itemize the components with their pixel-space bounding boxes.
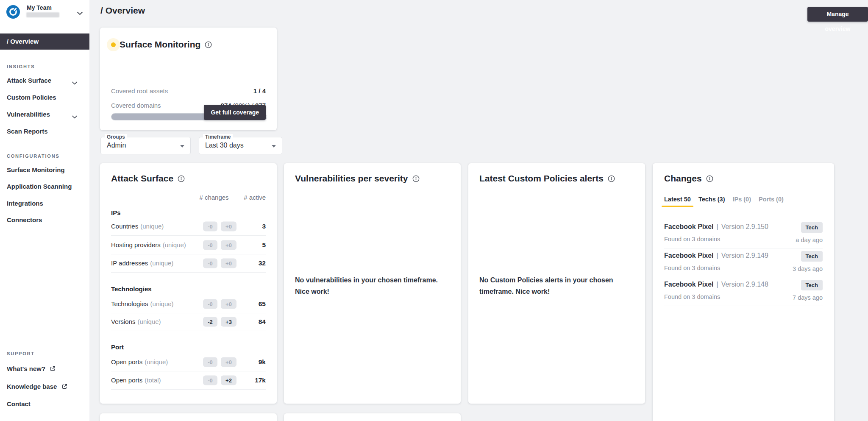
active-count: 84: [259, 318, 266, 326]
changes-added-pill: +0: [221, 240, 236, 250]
sidebar-item-application-scanning[interactable]: Application Scanning: [7, 183, 72, 191]
info-icon[interactable]: [205, 40, 212, 50]
sidebar-item-scan-reports[interactable]: Scan Reports: [7, 128, 48, 136]
active-count: 65: [259, 300, 266, 308]
partial-card: [284, 413, 461, 421]
section-label-technologies: Technologies: [111, 285, 152, 293]
active-count: 3: [262, 223, 266, 230]
change-list-item[interactable]: Facebook Pixel|Version 2.9.150 Tech Foun…: [664, 220, 823, 248]
surface-monitoring-title: Surface Monitoring: [120, 39, 212, 50]
external-link-icon: [50, 365, 56, 373]
sidebar-item-custom-policies[interactable]: Custom Policies: [7, 94, 56, 102]
sidebar-item-overview[interactable]: / Overview: [0, 33, 89, 50]
info-icon[interactable]: [178, 174, 185, 184]
changes-added-pill: +0: [221, 357, 236, 367]
chevron-down-icon: [72, 79, 77, 86]
table-row-countries: Countries(unique) -0 +0 3: [111, 217, 266, 236]
changes-removed-pill: -0: [203, 357, 217, 367]
team-subtitle-redacted: [26, 12, 59, 17]
sidebar-section-configurations: CONFIGURATIONS: [7, 153, 60, 159]
surface-monitoring-card: Surface Monitoring Covered root assets 1…: [100, 28, 277, 130]
covered-root-assets-value: 1 / 4: [253, 87, 266, 96]
groups-select[interactable]: Groups Admin: [100, 137, 191, 154]
tech-badge: Tech: [801, 280, 823, 290]
custom-policies-title: Latest Custom Policies alerts: [479, 173, 615, 184]
change-timestamp: 7 days ago: [793, 294, 823, 301]
tech-badge: Tech: [801, 222, 823, 233]
sidebar-item-whats-new[interactable]: What's new?: [7, 365, 56, 374]
table-row-open-ports-total: Open ports(total) -0 +2 17k: [111, 371, 266, 390]
found-on-domains: Found on 3 domains: [664, 265, 720, 271]
changes-tabs: Latest 50 Techs (3) IPs (0) Ports (0): [664, 196, 784, 207]
info-icon[interactable]: [706, 174, 713, 184]
empty-state-message: No Custom Policies alerts in your chosen…: [479, 274, 636, 297]
sidebar-item-surface-monitoring[interactable]: Surface Monitoring: [7, 166, 65, 175]
groups-select-value: Admin: [107, 142, 126, 149]
changes-removed-pill: -2: [203, 317, 217, 326]
changes-added-pill: +0: [221, 258, 236, 268]
sidebar-item-contact[interactable]: Contact: [7, 400, 31, 409]
manage-overview-button[interactable]: Manage overview: [807, 7, 868, 22]
empty-state-message: No vulnerabilities in your chosen timefr…: [295, 274, 451, 297]
change-list-item[interactable]: Facebook Pixel|Version 2.9.148 Tech Foun…: [664, 277, 823, 306]
sidebar-item-vulnerabilities[interactable]: Vulnerabilities: [7, 111, 50, 119]
chevron-down-icon: [72, 113, 77, 120]
team-switcher[interactable]: My Team: [0, 0, 89, 24]
get-full-coverage-button[interactable]: Get full coverage: [204, 105, 266, 120]
external-link-icon: [62, 383, 67, 390]
changes-removed-pill: -0: [203, 258, 217, 268]
found-on-domains: Found on 3 domains: [664, 236, 720, 243]
timeframe-select-value: Last 30 days: [205, 142, 244, 149]
groups-select-label: Groups: [105, 134, 127, 140]
tech-badge: Tech: [801, 251, 823, 262]
covered-root-assets-row: Covered root assets 1 / 4: [111, 87, 266, 96]
sidebar-item-connectors[interactable]: Connectors: [7, 216, 42, 225]
sidebar-item-knowledge-base[interactable]: Knowledge base: [7, 383, 67, 391]
team-name: My Team: [27, 4, 52, 11]
sidebar-item-integrations[interactable]: Integrations: [7, 200, 43, 208]
info-icon[interactable]: [608, 174, 615, 184]
changes-title: Changes: [664, 173, 713, 184]
vulnerabilities-title: Vulnerabilities per severity: [295, 173, 420, 184]
column-header-active: # active: [244, 194, 266, 201]
detectify-logo-icon: [6, 5, 20, 19]
active-count: 9k: [259, 358, 266, 366]
table-row-technologies: Technologies(unique) -0 +0 65: [111, 295, 266, 313]
attack-surface-card: Attack Surface # changes # active IPs Co…: [100, 163, 277, 404]
sidebar-section-insights: INSIGHTS: [7, 64, 35, 69]
changes-added-pill: +2: [221, 375, 236, 385]
found-on-domains: Found on 3 domains: [664, 293, 720, 300]
caret-down-icon: [180, 145, 184, 148]
caret-down-icon: [272, 145, 276, 148]
vulnerabilities-per-severity-card: Vulnerabilities per severity No vulnerab…: [284, 163, 461, 404]
table-row-open-ports-unique: Open ports(unique) -0 +0 9k: [111, 353, 266, 371]
changes-removed-pill: -0: [203, 375, 217, 385]
partial-card: [100, 413, 277, 421]
changes-removed-pill: -0: [203, 221, 217, 231]
section-label-port: Port: [111, 343, 124, 351]
table-row-ip-addresses: IP addresses(unique) -0 +0 32: [111, 254, 266, 273]
sidebar-item-attack-surface[interactable]: Attack Surface: [7, 77, 51, 85]
changes-added-pill: +0: [221, 221, 236, 231]
tab-techs[interactable]: Techs (3): [698, 196, 725, 207]
custom-policies-alerts-card: Latest Custom Policies alerts No Custom …: [468, 163, 645, 404]
timeframe-select-label: Timeframe: [203, 134, 233, 140]
active-count: 17k: [255, 376, 266, 384]
changes-card: Changes Latest 50 Techs (3) IPs (0) Port…: [653, 163, 834, 421]
changes-removed-pill: -0: [203, 299, 217, 309]
change-timestamp: 3 days ago: [793, 265, 823, 272]
changes-removed-pill: -0: [203, 240, 217, 250]
attack-surface-title: Attack Surface: [111, 173, 185, 184]
change-list-item[interactable]: Facebook Pixel|Version 2.9.149 Tech Foun…: [664, 248, 823, 277]
tab-ips[interactable]: IPs (0): [732, 196, 751, 207]
table-row-hosting-providers: Hosting providers(unique) -0 +0 5: [111, 236, 266, 254]
chevron-down-icon[interactable]: [77, 9, 83, 17]
column-header-changes: # changes: [189, 194, 239, 201]
section-label-ips: IPs: [111, 209, 121, 216]
table-row-versions: Versions(unique) -2 +3 84: [111, 312, 266, 331]
timeframe-select[interactable]: Timeframe Last 30 days: [199, 137, 282, 154]
tab-ports[interactable]: Ports (0): [759, 196, 784, 207]
tab-latest-50[interactable]: Latest 50: [664, 196, 691, 207]
info-icon[interactable]: [412, 174, 420, 184]
sidebar: My Team / Overview INSIGHTS Attack Surfa…: [0, 0, 89, 421]
